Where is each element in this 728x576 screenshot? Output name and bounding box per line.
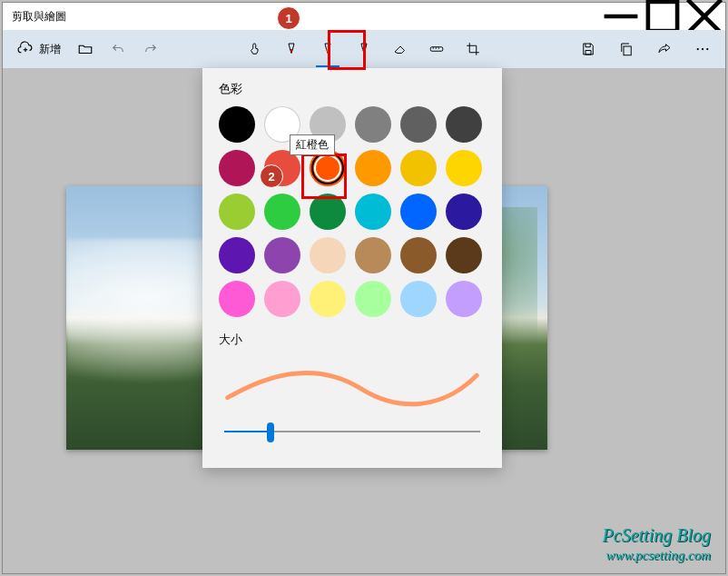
color-swatch[interactable] <box>219 194 255 230</box>
open-button[interactable] <box>70 34 101 65</box>
redo-button[interactable] <box>135 34 166 65</box>
color-swatch[interactable] <box>355 150 391 186</box>
color-swatch[interactable] <box>446 194 482 230</box>
color-swatch[interactable] <box>219 237 255 273</box>
eraser-icon <box>392 41 408 57</box>
highlighter-button[interactable] <box>349 34 379 65</box>
color-swatch[interactable] <box>355 281 391 317</box>
save-button[interactable] <box>573 34 604 65</box>
undo-button[interactable] <box>103 34 133 65</box>
slider-thumb[interactable] <box>267 422 274 442</box>
svg-rect-10 <box>624 46 631 55</box>
size-slider[interactable] <box>219 421 486 442</box>
color-swatch[interactable] <box>355 194 391 230</box>
svg-rect-6 <box>430 47 443 52</box>
color-swatch[interactable] <box>310 194 346 230</box>
color-swatch[interactable] <box>310 281 346 317</box>
minimize-button[interactable] <box>600 3 642 30</box>
watermark: PcSetting Blog www.pcsetting.com <box>603 523 711 565</box>
color-swatch[interactable] <box>219 281 255 317</box>
color-swatch[interactable] <box>446 106 482 143</box>
color-tooltip: 紅橙色 <box>290 134 335 155</box>
close-button[interactable] <box>684 3 725 30</box>
color-swatch[interactable] <box>310 237 346 273</box>
touch-writing-button[interactable] <box>240 34 271 65</box>
ruler-icon <box>428 41 445 57</box>
pencil-orange-icon <box>320 41 336 57</box>
color-swatch[interactable] <box>264 237 300 273</box>
cloud-plus-icon <box>17 41 34 57</box>
app-window: 剪取與繪圖 新增 <box>2 2 726 574</box>
color-swatch[interactable] <box>400 237 437 273</box>
folder-icon <box>77 41 93 57</box>
color-swatch[interactable] <box>400 194 437 230</box>
new-button[interactable]: 新增 <box>10 34 68 65</box>
color-swatch[interactable] <box>310 150 346 186</box>
copy-button[interactable] <box>611 34 642 65</box>
color-swatch[interactable] <box>264 281 300 317</box>
color-swatch-grid <box>219 106 486 317</box>
callout-2: 2 <box>260 164 283 188</box>
callout-1: 1 <box>277 6 300 30</box>
color-section-label: 色彩 <box>219 81 486 97</box>
slider-track <box>224 431 480 432</box>
copy-icon <box>618 41 635 57</box>
color-swatch[interactable] <box>219 150 255 186</box>
crop-button[interactable] <box>457 34 488 65</box>
share-icon <box>656 41 673 57</box>
color-swatch[interactable] <box>219 106 255 143</box>
slider-fill <box>224 431 271 432</box>
pencil-button[interactable] <box>312 34 343 65</box>
svg-point-11 <box>697 48 699 50</box>
save-icon <box>580 41 596 57</box>
maximize-button[interactable] <box>642 3 684 30</box>
window-controls <box>600 3 725 30</box>
svg-point-12 <box>702 48 703 50</box>
highlighter-icon <box>356 41 372 57</box>
color-swatch[interactable] <box>264 194 300 230</box>
pen-settings-panel: 色彩 大小 <box>202 68 502 468</box>
color-swatch[interactable] <box>446 237 482 273</box>
eraser-button[interactable] <box>385 34 416 65</box>
touch-icon <box>247 41 263 57</box>
pen-red-icon <box>283 41 300 57</box>
color-swatch[interactable] <box>400 106 437 143</box>
more-button[interactable] <box>687 34 718 65</box>
window-title: 剪取與繪圖 <box>12 9 66 25</box>
svg-point-13 <box>706 48 708 50</box>
watermark-title: PcSetting Blog <box>603 523 711 547</box>
ellipsis-icon <box>694 41 711 57</box>
ballpoint-pen-button[interactable] <box>276 34 307 65</box>
svg-rect-1 <box>648 2 677 31</box>
color-swatch[interactable] <box>446 150 482 186</box>
titlebar: 剪取與繪圖 <box>3 3 725 30</box>
ruler-button[interactable] <box>421 34 452 65</box>
color-swatch[interactable] <box>355 106 391 143</box>
color-swatch[interactable] <box>400 281 437 317</box>
color-swatch[interactable] <box>355 237 391 273</box>
share-button[interactable] <box>649 34 680 65</box>
redo-icon <box>143 41 159 57</box>
watermark-url: www.pcsetting.com <box>603 547 711 565</box>
color-swatch[interactable] <box>400 150 437 186</box>
undo-icon <box>110 41 126 57</box>
crop-icon <box>465 41 481 57</box>
toolbar: 新增 <box>3 30 725 68</box>
color-swatch[interactable] <box>446 281 482 317</box>
size-section-label: 大小 <box>219 332 486 348</box>
size-preview <box>219 357 486 412</box>
new-label: 新增 <box>39 42 61 57</box>
